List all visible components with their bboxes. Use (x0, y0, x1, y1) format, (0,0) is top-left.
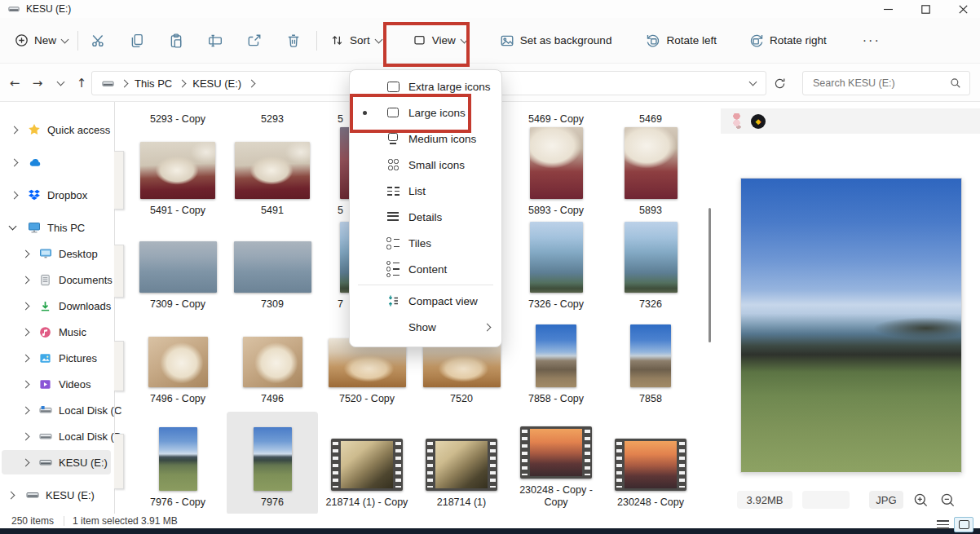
sidebar-item-pictures[interactable]: Pictures (2, 346, 111, 370)
file-tile[interactable]: 7496 - Copy (130, 324, 225, 406)
menu-item-small-icons[interactable]: Small icons (350, 152, 501, 178)
sidebar-item-desktop[interactable]: Desktop (2, 241, 111, 266)
menu-item-medium-icons[interactable]: Medium icons (350, 126, 501, 152)
image-thumbnail (254, 427, 292, 491)
file-tile[interactable]: 5893 - Copy (509, 126, 603, 218)
file-tile[interactable]: 230248 - Copy - Copy (509, 416, 603, 510)
sidebar-item-onedrive[interactable] (2, 150, 111, 174)
submenu-chevron-icon (483, 323, 492, 331)
sidebar-item-this-pc[interactable]: This PC (2, 215, 111, 240)
sidebar-item-downloads[interactable]: Downloads (2, 293, 111, 318)
file-tile[interactable]: 5491 (225, 126, 320, 218)
new-button[interactable]: New (8, 26, 74, 55)
image-thumbnail (625, 127, 678, 199)
file-tile[interactable]: 7309 - Copy (130, 222, 225, 311)
file-tile[interactable]: 230248 - Copy (603, 416, 698, 510)
file-tile[interactable]: 7309 (225, 222, 320, 311)
more-options-button[interactable]: ··· (856, 26, 887, 55)
sidebar-item-documents[interactable]: Documents (2, 267, 111, 292)
share-button[interactable] (238, 26, 271, 55)
file-tile[interactable]: 7858 (603, 324, 698, 406)
file-tile[interactable]: 5469 - Copy (509, 108, 603, 126)
menu-item-details[interactable]: Details (350, 204, 501, 230)
refresh-button[interactable] (770, 73, 789, 93)
file-list-scrollbar[interactable] (709, 208, 711, 342)
preview-image[interactable] (740, 178, 962, 473)
cut-button[interactable] (82, 26, 114, 55)
expand-chevron-icon[interactable] (22, 380, 30, 388)
expand-chevron-icon[interactable] (22, 302, 30, 310)
sidebar-item-quick-access[interactable]: Quick access (2, 117, 111, 142)
menu-item-extra-large-icons[interactable]: Extra large icons (350, 73, 501, 99)
delete-button[interactable] (277, 26, 310, 55)
file-tile[interactable]: 5293 (225, 108, 320, 126)
paste-button[interactable] (160, 26, 192, 55)
expand-chevron-icon[interactable] (7, 491, 15, 499)
view-button[interactable]: View (406, 26, 474, 55)
recent-locations-chevron[interactable] (51, 73, 70, 93)
breadcrumb-this-pc[interactable]: This PC (135, 77, 172, 90)
file-tile[interactable]: 7326 - Copy (509, 222, 603, 311)
file-tile[interactable]: 5491 - Copy (130, 126, 225, 218)
address-dropdown-chevron[interactable] (749, 78, 757, 86)
file-tile[interactable]: 5893 (603, 126, 698, 218)
forward-button[interactable]: → (28, 73, 47, 93)
minimize-button[interactable] (869, 0, 907, 18)
command-toolbar: New Sort View (0, 18, 980, 64)
sidebar-item-videos[interactable]: Videos (2, 372, 111, 396)
item-count: 250 items (11, 515, 54, 527)
up-button[interactable]: ↑ (72, 73, 91, 93)
search-input[interactable] (811, 77, 950, 90)
file-tile[interactable]: 7976 - Copy (130, 416, 225, 510)
close-button[interactable] (944, 0, 980, 18)
menu-item-compact-view[interactable]: Compact view (350, 288, 501, 314)
details-layout-toggle[interactable] (937, 520, 949, 529)
expand-chevron-icon[interactable] (11, 191, 19, 199)
breadcrumb-drive[interactable]: KESU (E:) (192, 77, 241, 90)
file-tile[interactable]: 7858 - Copy (509, 324, 603, 406)
rotate-right-button[interactable]: Rotate right (743, 26, 833, 55)
back-button[interactable]: ← (5, 73, 24, 93)
expand-chevron-icon[interactable] (22, 406, 30, 414)
file-tile[interactable]: 218714 (1) - Copy (320, 416, 414, 510)
expand-chevron-icon[interactable] (11, 126, 19, 134)
menu-item-content[interactable]: Content (350, 256, 501, 282)
file-tile-selected[interactable]: 7976 (225, 416, 320, 510)
image-thumbnail (630, 324, 671, 387)
expand-chevron-icon[interactable] (11, 158, 19, 166)
menu-item-tiles[interactable]: Tiles (350, 230, 501, 256)
expand-chevron-icon[interactable] (22, 328, 30, 336)
zoom-out-button[interactable] (940, 492, 956, 508)
file-tile[interactable]: 7326 (603, 222, 698, 311)
rename-button[interactable] (199, 26, 232, 55)
sidebar-item-local-disk-c[interactable]: Local Disk (C:) (2, 398, 111, 422)
small-icons-grid-glyph (386, 157, 400, 172)
search-box[interactable] (802, 71, 970, 95)
collapse-chevron-icon[interactable] (9, 223, 17, 231)
zoom-in-button[interactable] (913, 492, 929, 508)
file-tile[interactable]: 5469 (603, 108, 698, 126)
sidebar-item-kesu-drive[interactable]: KESU (E:) (2, 450, 111, 474)
sidebar-item-dropbox[interactable]: Dropbox (2, 183, 111, 207)
sort-button[interactable]: Sort (324, 26, 388, 55)
set-as-background-button[interactable]: Set as background (493, 26, 619, 55)
expand-chevron-icon[interactable] (22, 432, 30, 440)
expand-chevron-icon[interactable] (22, 354, 30, 362)
rotate-left-button[interactable]: Rotate left (639, 26, 723, 55)
sidebar-item-kesu-drive-root[interactable]: KESU (E:) (2, 483, 111, 507)
sidebar-item-music[interactable]: Music (2, 320, 111, 344)
sidebar-item-local-disk-d[interactable]: Local Disk (D:) (2, 424, 111, 448)
maximize-button[interactable] (907, 0, 944, 18)
file-tile[interactable]: 7496 (225, 324, 320, 406)
file-tile[interactable]: 218714 (1) (414, 416, 509, 510)
expand-chevron-icon[interactable] (22, 249, 30, 258)
menu-item-list[interactable]: List (350, 178, 501, 204)
view-square-icon (413, 33, 426, 47)
file-tile[interactable]: 5293 - Copy (130, 108, 225, 126)
menu-item-show[interactable]: Show (350, 314, 501, 340)
expand-chevron-icon[interactable] (22, 458, 30, 466)
thumbnail-layout-toggle[interactable] (954, 517, 973, 532)
expand-chevron-icon[interactable] (22, 276, 30, 284)
menu-item-large-icons[interactable]: Large icons (350, 99, 501, 126)
copy-button[interactable] (121, 26, 153, 55)
